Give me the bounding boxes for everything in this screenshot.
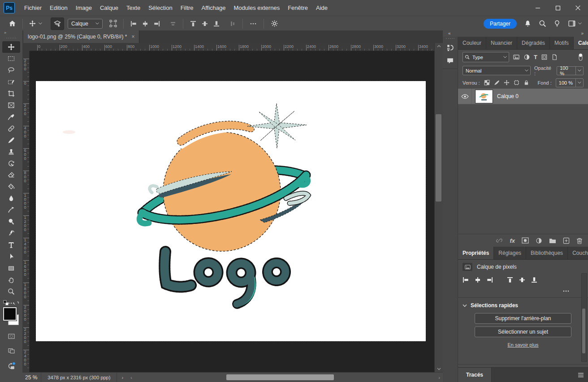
blend-mode-dropdown[interactable]: Normal (463, 66, 531, 75)
move-tool[interactable] (2, 41, 20, 53)
prop-align-bottom-button[interactable] (531, 277, 537, 283)
remove-background-button[interactable]: Supprimer l'arrière-plan (475, 313, 571, 324)
dodge-tool[interactable] (2, 216, 20, 227)
foreground-color-swatch[interactable] (3, 307, 17, 321)
expand-panels-icon[interactable]: » (581, 31, 584, 36)
prop-align-top-button[interactable] (507, 277, 513, 283)
horizontal-scroll-thumb[interactable] (226, 374, 334, 380)
object-selection-tool[interactable] (2, 76, 20, 88)
smudge-tool[interactable] (2, 204, 20, 216)
tab-calques[interactable]: Calques (574, 37, 588, 49)
horizontal-scrollbar[interactable]: ‹ › (128, 373, 443, 382)
tab-couches[interactable]: Couches (568, 247, 588, 259)
menu-item[interactable]: Filtre (177, 4, 198, 11)
menu-item[interactable]: Texte (122, 4, 144, 11)
opacity-field[interactable]: 100 % (557, 66, 584, 75)
document-tab[interactable]: logo-01.png @ 25% (Calque 0, RVB/8#) * × (23, 30, 139, 43)
filter-adjustment-layers-icon[interactable] (523, 54, 530, 60)
distribute-vertical-button[interactable] (229, 21, 236, 27)
maximize-button[interactable] (548, 0, 568, 16)
link-layers-icon[interactable] (496, 237, 503, 244)
lock-pixels-icon[interactable] (494, 80, 500, 86)
screen-mode-button[interactable] (2, 345, 20, 356)
pen-tool[interactable] (2, 227, 20, 239)
properties-scroll-thumb[interactable] (582, 309, 585, 353)
tab-motifs[interactable]: Motifs (550, 37, 574, 49)
history-brush-tool[interactable] (2, 158, 20, 169)
toolbar-grip[interactable] (6, 38, 16, 40)
learn-more-link[interactable]: En savoir plus (458, 342, 588, 348)
lasso-tool[interactable] (2, 64, 20, 76)
tab-nuancier[interactable]: Nuancier (486, 37, 517, 49)
menu-item[interactable]: Image (72, 4, 96, 11)
eyedropper-tool[interactable] (2, 111, 20, 123)
status-options-chevron[interactable]: › (117, 375, 128, 380)
tab-bibliotheques[interactable]: Bibliothèques (526, 247, 568, 259)
delete-layer-trash-icon[interactable] (576, 237, 583, 244)
notifications-button[interactable] (524, 20, 532, 27)
adjustment-layer-icon[interactable] (536, 237, 542, 244)
prop-align-left-button[interactable] (463, 277, 469, 283)
align-top-button[interactable] (190, 21, 196, 27)
tab-proprietes[interactable]: Propriétés (458, 247, 494, 259)
crop-tool[interactable] (2, 88, 20, 99)
prop-align-center-button[interactable] (475, 277, 481, 283)
workspace-switcher-button[interactable] (568, 20, 582, 27)
lock-all-icon[interactable] (523, 80, 529, 86)
align-right-button[interactable] (154, 21, 160, 27)
close-button[interactable] (568, 0, 588, 16)
tab-couleur[interactable]: Couleur (458, 37, 486, 49)
more-align-options-button[interactable] (250, 21, 257, 27)
lock-artboard-icon[interactable] (514, 80, 519, 86)
ruler-origin-box[interactable] (22, 43, 30, 52)
menu-item[interactable]: Sélection (144, 4, 176, 11)
new-layer-icon[interactable] (563, 237, 570, 244)
align-center-horizontal-button[interactable] (142, 21, 148, 27)
type-tool[interactable] (2, 239, 20, 251)
layer-thumbnail[interactable] (476, 90, 493, 103)
frame-tool[interactable] (2, 99, 20, 111)
discover-lightbulb-button[interactable] (553, 20, 561, 27)
auto-select-mode-dropdown[interactable]: Calque (68, 19, 103, 29)
rectangle-tool[interactable] (2, 262, 20, 274)
prop-align-right-button[interactable] (487, 277, 493, 283)
hand-tool[interactable] (2, 274, 20, 286)
blur-tool[interactable] (2, 193, 20, 204)
quick-mask-button[interactable] (2, 330, 20, 342)
add-layer-mask-icon[interactable] (522, 237, 529, 244)
layer-filter-dropdown[interactable]: Type (463, 52, 509, 62)
fill-field[interactable]: 100 % (556, 78, 584, 87)
collapse-panels-icon[interactable]: « (448, 31, 451, 36)
panel-menu-icon[interactable] (574, 368, 588, 382)
distribute-horizontal-button[interactable] (170, 21, 176, 27)
align-middle-vertical-button[interactable] (202, 21, 208, 27)
brush-tool[interactable] (2, 134, 20, 146)
menu-item[interactable]: Fenêtre (284, 4, 312, 11)
healing-brush-tool[interactable] (2, 123, 20, 134)
prop-align-middle-button[interactable] (519, 277, 525, 283)
comments-button[interactable] (445, 55, 456, 66)
tab-degrades[interactable]: Dégradés (517, 37, 550, 49)
menu-item[interactable]: Affichage (198, 4, 230, 11)
vertical-ruler[interactable]: 2000200400600800100012001400160018002000… (22, 51, 30, 372)
version-history-button[interactable] (445, 43, 456, 53)
align-left-button[interactable] (130, 21, 137, 27)
vertical-scroll-thumb[interactable] (436, 114, 441, 202)
lock-transparency-icon[interactable] (484, 80, 490, 86)
lock-position-icon[interactable] (504, 80, 510, 86)
canvas-page[interactable] (36, 81, 426, 341)
align-bottom-button[interactable] (213, 21, 220, 27)
path-selection-tool[interactable] (2, 251, 20, 262)
more-properties-button[interactable] (562, 288, 570, 294)
layer-styles-icon[interactable]: fx (510, 237, 515, 244)
eraser-tool[interactable] (2, 169, 20, 181)
tab-reglages[interactable]: Réglages (494, 247, 526, 259)
move-tool-preset[interactable] (27, 18, 44, 30)
tab-traces[interactable]: Tracés (458, 368, 492, 382)
properties-scrollbar[interactable] (581, 273, 587, 362)
filter-smart-objects-icon[interactable] (551, 54, 558, 60)
auto-select-toggle[interactable] (51, 17, 64, 30)
menu-item[interactable]: Fichier (20, 4, 46, 11)
vertical-scrollbar[interactable] (434, 43, 443, 372)
new-group-folder-icon[interactable] (549, 238, 556, 244)
